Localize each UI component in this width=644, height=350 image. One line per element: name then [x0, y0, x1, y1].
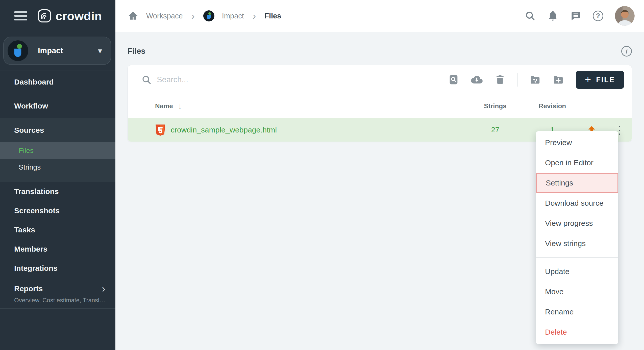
sidebar-item-label: Dashboard: [14, 78, 54, 86]
page-head: Files i: [128, 41, 632, 61]
reports-subtitle: Overview, Cost estimate, Transl…: [14, 297, 105, 304]
home-icon[interactable]: [128, 10, 139, 21]
new-folder-icon[interactable]: [553, 74, 564, 86]
menu-item-open-in-editor[interactable]: Open in Editor: [536, 153, 618, 173]
file-preview-search-icon[interactable]: [448, 74, 459, 86]
page-title: Files: [128, 47, 145, 56]
sidebar-item-integrations[interactable]: Integrations: [0, 259, 115, 278]
table-header: Name ↓ Strings Revision: [128, 94, 632, 118]
menu-item-settings[interactable]: Settings: [536, 173, 618, 193]
sidebar-header: crowdin: [0, 0, 115, 32]
sidebar-section-sources: Sources Files Strings: [0, 118, 115, 182]
files-card: + FILE Name ↓ Strings Revision crowdin_s…: [128, 65, 632, 142]
breadcrumb-workspace[interactable]: Workspace: [146, 12, 183, 20]
menu-item-view-progress[interactable]: View progress: [536, 213, 618, 233]
breadcrumb: Workspace › Impact › Files: [128, 10, 281, 21]
sidebar-item-members[interactable]: Members: [0, 239, 115, 259]
sidebar-item-label: Integrations: [14, 264, 58, 273]
sidebar-item-label: Tasks: [14, 226, 35, 234]
breadcrumb-project-avatar: [203, 10, 214, 21]
add-file-button-label: FILE: [596, 76, 615, 84]
sidebar-item-reports[interactable]: Reports › Overview, Cost estimate, Trans…: [0, 278, 115, 308]
sidebar-divider: [0, 308, 115, 309]
toolbar-divider: [517, 73, 518, 87]
menu-divider: [536, 257, 618, 258]
menu-item-update[interactable]: Update: [536, 261, 618, 282]
sidebar-item-label: Sources: [14, 126, 44, 134]
html5-file-icon: [155, 124, 166, 136]
menu-item-view-strings[interactable]: View strings: [536, 233, 618, 254]
menu-item-preview[interactable]: Preview: [536, 132, 618, 153]
crowdin-logo-icon: [37, 9, 52, 23]
sidebar-item-label: Screenshots: [14, 206, 60, 215]
user-avatar-photo: [615, 6, 635, 26]
breadcrumb-project[interactable]: Impact: [222, 12, 244, 20]
hamburger-menu-icon[interactable]: [14, 11, 27, 20]
chevron-right-icon: ›: [102, 284, 105, 294]
delete-trash-icon[interactable]: [494, 74, 506, 86]
info-icon[interactable]: i: [621, 46, 632, 57]
sidebar: crowdin Impact ▾ Dashboard Workflow Sour…: [0, 0, 115, 350]
sidebar-item-sources[interactable]: Sources: [0, 118, 115, 142]
info-glyph: i: [626, 47, 627, 55]
sidebar-item-translations[interactable]: Translations: [0, 182, 115, 201]
file-context-menu: Preview Open in Editor Settings Download…: [536, 131, 618, 344]
help-icon[interactable]: ?: [593, 11, 603, 21]
sidebar-item-screenshots[interactable]: Screenshots: [0, 201, 115, 220]
search-icon: [141, 74, 152, 85]
user-avatar[interactable]: [615, 6, 635, 26]
sort-desc-icon: ↓: [178, 101, 182, 111]
column-header-label: Name: [155, 102, 173, 110]
menu-item-move[interactable]: Move: [536, 282, 618, 302]
sidebar-item-label: Reports: [14, 284, 43, 293]
project-name: Impact: [38, 46, 63, 55]
plus-icon: +: [585, 74, 591, 85]
project-avatar-icon: [8, 40, 28, 61]
sidebar-item-dashboard[interactable]: Dashboard: [0, 70, 115, 94]
crowdin-logo[interactable]: crowdin: [37, 9, 102, 23]
sidebar-item-label: Strings: [19, 163, 41, 171]
project-selector[interactable]: Impact ▾: [3, 37, 111, 65]
add-file-button[interactable]: + FILE: [576, 71, 624, 89]
logo-text: crowdin: [56, 9, 102, 23]
breadcrumb-current: Files: [264, 12, 281, 20]
column-header-strings[interactable]: Strings: [484, 102, 507, 110]
topbar-icons: ?: [525, 6, 635, 26]
search-box: [141, 74, 298, 85]
branch-folder-icon[interactable]: [529, 74, 541, 86]
file-name[interactable]: crowdin_sample_webpage.html: [171, 126, 277, 134]
sidebar-item-workflow[interactable]: Workflow: [0, 94, 115, 118]
caret-down-icon: ▾: [98, 46, 102, 56]
download-translations-icon[interactable]: [471, 74, 483, 86]
sidebar-item-label: Workflow: [14, 102, 48, 110]
topbar: Workspace › Impact › Files ?: [115, 0, 644, 32]
chevron-right-icon: ›: [190, 11, 196, 21]
files-toolbar: + FILE: [128, 65, 632, 94]
project-selector-wrap: Impact ▾: [0, 32, 115, 70]
toolbar-actions: [448, 73, 564, 87]
messages-icon[interactable]: [570, 10, 581, 21]
notifications-bell-icon[interactable]: [547, 10, 558, 21]
chevron-right-icon: ›: [252, 11, 257, 21]
sidebar-item-tasks[interactable]: Tasks: [0, 220, 115, 239]
sidebar-item-label: Members: [14, 245, 47, 253]
sidebar-item-files[interactable]: Files: [0, 142, 115, 159]
menu-item-delete[interactable]: Delete: [536, 322, 618, 342]
search-input[interactable]: [157, 75, 298, 84]
menu-item-download-source[interactable]: Download source: [536, 193, 618, 213]
file-strings-count: 27: [491, 126, 499, 134]
sidebar-item-label: Files: [19, 147, 34, 155]
sidebar-item-label: Translations: [14, 187, 59, 196]
column-header-revision[interactable]: Revision: [539, 102, 566, 110]
sidebar-item-strings[interactable]: Strings: [0, 159, 115, 176]
search-icon[interactable]: [525, 10, 536, 21]
column-header-name[interactable]: Name ↓: [155, 101, 182, 111]
menu-item-rename[interactable]: Rename: [536, 302, 618, 322]
question-glyph: ?: [596, 12, 600, 20]
